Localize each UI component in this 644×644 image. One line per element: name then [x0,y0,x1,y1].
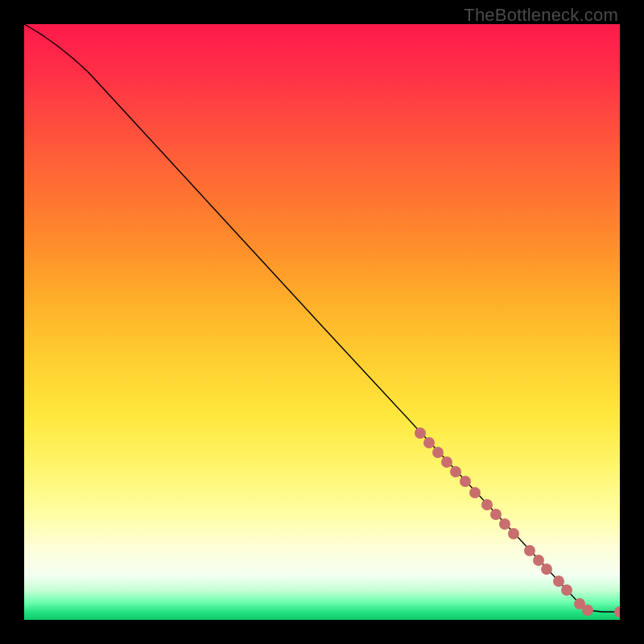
data-point [553,576,564,587]
data-point [423,437,435,448]
data-point [533,555,544,566]
data-point [490,509,502,520]
data-point [415,427,426,439]
data-point [561,584,572,596]
data-point [432,447,444,458]
curve-line [24,24,620,612]
data-point [460,476,471,487]
data-point [469,487,481,498]
data-point [508,528,519,539]
data-point [524,545,535,556]
data-point [614,606,620,617]
chart-svg [24,24,620,620]
data-point [450,466,461,477]
curve-markers [415,427,620,617]
attribution-label: TheBottleneck.com [464,5,618,26]
data-point [441,456,452,468]
chart-frame: TheBottleneck.com [0,0,644,644]
data-point [541,564,552,575]
plot-area [24,24,620,620]
data-point [481,499,493,510]
data-point [582,605,593,616]
data-point [499,518,510,530]
